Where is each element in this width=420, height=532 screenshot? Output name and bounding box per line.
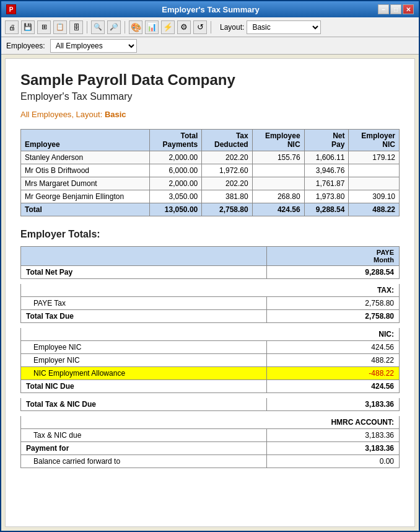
refresh-icon[interactable]: ↺ [193,20,207,34]
cell-payments: 3,050.00 [150,190,202,203]
indent-value: 424.56 [267,341,400,354]
cell-net-pay: 3,946.76 [304,164,349,177]
indent-label: PAYE Tax [21,297,267,310]
section-label: NIC: [21,328,400,341]
employees-label: Employees: [6,42,45,50]
cell-emp-nic [252,164,304,177]
disk-icon[interactable]: 🗄 [69,20,83,34]
layout-label: Layout: [220,23,244,32]
main-window: P Employer's Tax Summary – □ ✕ 🖨 💾 ⊞ 📋 🗄… [0,0,420,532]
col-net-pay: NetPay [304,130,349,151]
cell-payments: 2,000.00 [150,151,202,164]
settings-icon[interactable]: ⚙ [177,20,191,34]
indent-row: Employer NIC488.22 [21,354,400,367]
bold-value: 3,183.36 [267,398,400,411]
cell-emp-nic2: 309.10 [349,190,400,203]
section-header-row: TAX: [21,284,400,297]
value-label: Total Net Pay [21,266,267,279]
indent-label: Tax & NIC due [21,429,267,442]
indent-label: Employee NIC [21,341,267,354]
empty-row [21,393,400,398]
indent-row: Balance carried forward to0.00 [21,455,400,468]
filter-employees: All Employees [20,110,71,119]
col-employee: Employee [21,130,150,151]
indent-label: Employer NIC [21,354,267,367]
bold-label: Total Tax Due [21,310,267,323]
totals-header-value: PAYEMonth [267,247,400,266]
table-row: Mr George Benjamin Ellington 3,050.00 38… [21,190,400,203]
cell-tax: 1,972.60 [202,164,252,177]
cell-payments: 6,000.00 [150,164,202,177]
cell-emp-nic2 [349,164,400,177]
cell-net-pay: 1,973.80 [304,190,349,203]
bold-label: Payment for [21,442,267,455]
bold-row: Total Tax & NIC Due3,183.36 [21,398,400,411]
total-tax: 2,758.80 [202,203,252,216]
highlight-row: NIC Employment Allowance-488.22 [21,367,400,380]
cell-payments: 2,000.00 [150,177,202,190]
employees-dropdown[interactable]: All Employees [50,39,137,53]
highlight-label: NIC Employment Allowance [21,367,267,380]
window-title: Employer's Tax Summary [43,5,378,14]
maximize-button[interactable]: □ [390,4,401,14]
bold-value: 424.56 [267,380,400,393]
total-label: Total [21,203,150,216]
totals-header-row: PAYEMonth [21,247,400,266]
indent-value: 0.00 [267,455,400,468]
value-amount: 9,288.54 [267,266,400,279]
layout-dropdown[interactable]: Basic [247,20,321,34]
totals-table: PAYEMonth Total Net Pay9,288.54TAX:PAYE … [20,246,400,468]
sep2 [125,21,125,33]
toolbar: 🖨 💾 ⊞ 📋 🗄 🔍 🔎 🎨 📊 ⚡ ⚙ ↺ Layout: Basic [1,17,419,37]
bold-value: 3,183.36 [267,442,400,455]
main-table: Employee TotalPayments TaxDeducted Emplo… [20,129,400,216]
grid-icon[interactable]: ⊞ [37,20,51,34]
section-header-row: NIC: [21,328,400,341]
cell-name: Mr George Benjamin Ellington [21,190,150,203]
table-row: Stanley Anderson 2,000.00 202.20 155.76 … [21,151,400,164]
empty-row [21,411,400,416]
empty-row [21,279,400,284]
section-header-row: HMRC ACCOUNT: [21,416,400,429]
cell-emp-nic [252,177,304,190]
save-icon[interactable]: 💾 [21,20,35,34]
cell-name: Mr Otis B Driftwood [21,164,150,177]
sep1 [87,21,87,33]
indent-value: 488.22 [267,354,400,367]
color-icon[interactable]: 🎨 [129,20,142,34]
copy-icon[interactable]: 📋 [53,20,67,34]
bold-row: Total NIC Due424.56 [21,380,400,393]
col-total-payments: TotalPayments [150,130,202,151]
bold-label: Total Tax & NIC Due [21,398,267,411]
cell-name: Mrs Margaret Dumont [21,177,150,190]
employee-bar: Employees: All Employees [1,37,419,55]
company-name: Sample Payroll Data Company [20,71,400,89]
section-label: TAX: [21,284,400,297]
employer-totals-title: Employer Totals: [20,229,400,240]
cell-name: Stanley Anderson [21,151,150,164]
total-payments: 13,050.00 [150,203,202,216]
empty-row [21,323,400,328]
bold-label: Total NIC Due [21,380,267,393]
filter-layout-label: Layout: [76,110,103,119]
filter-icon[interactable]: ⚡ [161,20,175,34]
indent-label: Balance carried forward to [21,455,267,468]
cell-emp-nic2: 179.12 [349,151,400,164]
zoom-out-icon[interactable]: 🔎 [107,20,121,34]
indent-row: Employee NIC424.56 [21,341,400,354]
content-area: Sample Payroll Data Company Employer's T… [5,58,415,527]
zoom-in-icon[interactable]: 🔍 [91,20,105,34]
highlight-value: -488.22 [267,367,400,380]
cell-tax: 202.20 [202,177,252,190]
total-net-pay: 9,288.54 [304,203,349,216]
col-employer-nic: EmployerNIC [349,130,400,151]
chart-icon[interactable]: 📊 [145,20,159,34]
table-header-row: Employee TotalPayments TaxDeducted Emplo… [21,130,400,151]
close-button[interactable]: ✕ [403,4,414,14]
bold-row: Payment for3,183.36 [21,442,400,455]
minimize-button[interactable]: – [378,4,389,14]
print-icon[interactable]: 🖨 [5,20,19,34]
totals-header-label [21,247,267,266]
indent-value: 2,758.80 [267,297,400,310]
table-row: Mr Otis B Driftwood 6,000.00 1,972.60 3,… [21,164,400,177]
